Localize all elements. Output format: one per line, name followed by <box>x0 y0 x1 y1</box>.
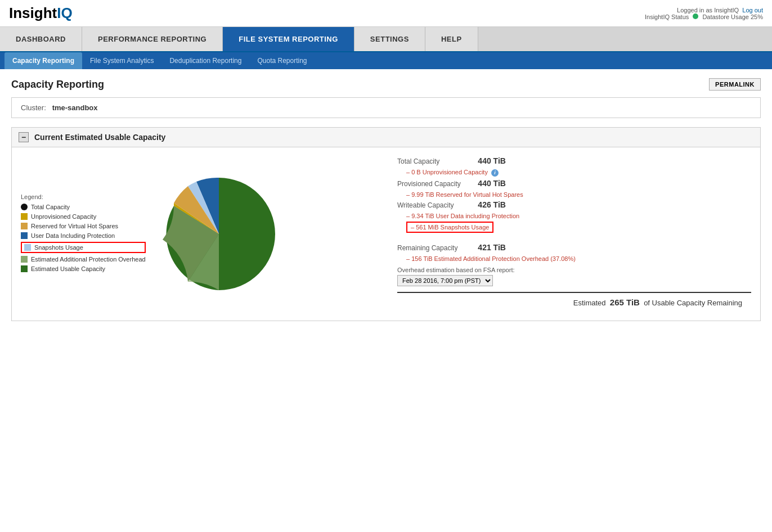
stat-total-value: 440 TiB <box>478 156 506 165</box>
overhead-section: Overhead estimation based on FSA report:… <box>397 267 751 286</box>
stat-writeable-label: Writeable Capacity <box>397 201 476 209</box>
logged-in-text: Logged in as InsightIQ <box>677 7 739 13</box>
status-label: InsightIQ Status <box>645 13 689 20</box>
stat-provisioned: Provisioned Capacity 440 TiB <box>397 179 751 188</box>
legend-item-snapshots: Snapshots Usage <box>21 242 146 253</box>
legend-swatch-snapshots <box>24 244 31 251</box>
header-right: Logged in as InsightIQ Log out InsightIQ… <box>645 7 763 20</box>
legend-label-usable: Estimated Usable Capacity <box>31 265 105 272</box>
legend-label-unprovisioned: Unprovisioned Capacity <box>31 213 96 220</box>
legend-item-userdata: User Data Including Protection <box>21 232 146 239</box>
stat-remaining-label: Remaining Capacity <box>397 244 476 252</box>
stat-snapshots-sub: – 561 MiB Snapshots Usage <box>406 222 493 233</box>
footer-value: 265 TiB <box>610 297 640 307</box>
page-content: Capacity Reporting PERMALINK Cluster: tm… <box>0 69 772 330</box>
section-body: Legend: Total Capacity Unprovisioned Cap… <box>12 147 760 321</box>
stats-panel: Total Capacity 440 TiB – 0 B Unprovision… <box>386 156 751 312</box>
stat-vhs-sub: – 9.99 TiB Reserved for Virtual Hot Spar… <box>406 191 751 198</box>
tab-settings[interactable]: SETTINGS <box>354 27 425 51</box>
info-icon-unprovisioned[interactable]: i <box>491 169 499 177</box>
tab-performance[interactable]: PERFORMANCE REPORTING <box>82 27 223 51</box>
tab-dashboard[interactable]: DASHBOARD <box>0 27 82 51</box>
legend: Legend: Total Capacity Unprovisioned Cap… <box>21 193 146 275</box>
logout-link[interactable]: Log out <box>742 7 763 13</box>
chart-area: Legend: Total Capacity Unprovisioned Cap… <box>21 156 375 312</box>
stat-provisioned-value: 440 TiB <box>478 179 506 188</box>
nav-tabs: DASHBOARD PERFORMANCE REPORTING FILE SYS… <box>0 27 772 52</box>
overhead-label: Overhead estimation based on FSA report: <box>397 267 751 273</box>
legend-swatch-userdata <box>21 232 28 239</box>
tab-filesystem[interactable]: FILE SYSTEM REPORTING <box>223 27 354 51</box>
logo-bold: IQ <box>57 4 72 21</box>
section-header: − Current Estimated Usable Capacity <box>12 128 760 147</box>
stat-provisioned-label: Provisioned Capacity <box>397 180 476 188</box>
stat-total-label: Total Capacity <box>397 157 476 165</box>
subtab-capacity[interactable]: Capacity Reporting <box>5 52 82 69</box>
collapse-button[interactable]: − <box>19 132 29 142</box>
stat-writeable: Writeable Capacity 426 TiB <box>397 200 751 209</box>
overhead-date-select[interactable]: Feb 28 2016, 7:00 pm (PST) <box>397 275 493 286</box>
legend-swatch-unprovisioned <box>21 213 28 220</box>
footer-bar: Estimated 265 TiB of Usable Capacity Rem… <box>397 292 751 312</box>
legend-swatch-total <box>21 204 28 210</box>
cluster-box: Cluster: tme-sandbox <box>11 97 761 118</box>
stat-unprovisioned-sub: – 0 B Unprovisioned Capacity i <box>406 169 751 177</box>
datastore-label: Datastore Usage 25% <box>702 13 763 20</box>
status-dot <box>693 13 698 19</box>
cluster-value: tme-sandbox <box>52 103 98 112</box>
legend-swatch-usable <box>21 265 28 272</box>
stat-remaining-value: 421 TiB <box>478 243 506 252</box>
capacity-section: − Current Estimated Usable Capacity Lege… <box>11 127 761 321</box>
page-title: Capacity Reporting <box>11 79 104 91</box>
sub-tabs: Capacity Reporting File System Analytics… <box>0 52 772 69</box>
footer-suffix: of Usable Capacity Remaining <box>644 299 742 307</box>
legend-item-total: Total Capacity <box>21 204 146 210</box>
stat-protection-sub: – 156 TiB Estimated Additional Protectio… <box>406 255 751 262</box>
legend-item-usable: Estimated Usable Capacity <box>21 265 146 272</box>
logo: InsightIQ <box>9 4 73 22</box>
stat-total-capacity: Total Capacity 440 TiB <box>397 156 751 165</box>
legend-label-protection: Estimated Additional Protection Overhead <box>31 256 146 263</box>
legend-label-vhs: Reserved for Virtual Hot Spares <box>31 223 118 229</box>
stat-writeable-value: 426 TiB <box>478 200 506 209</box>
cluster-label: Cluster: <box>21 103 46 112</box>
stat-remaining: Remaining Capacity 421 TiB <box>397 243 751 252</box>
header: InsightIQ Logged in as InsightIQ Log out… <box>0 0 772 27</box>
legend-item-protection: Estimated Additional Protection Overhead <box>21 256 146 263</box>
legend-label-snapshots: Snapshots Usage <box>34 244 83 251</box>
pie-chart <box>157 172 281 296</box>
legend-item-vhs: Reserved for Virtual Hot Spares <box>21 223 146 229</box>
subtab-dedup[interactable]: Deduplication Reporting <box>161 52 249 69</box>
legend-swatch-protection <box>21 256 28 263</box>
subtab-quota[interactable]: Quota Reporting <box>249 52 315 69</box>
footer-text: Estimated <box>573 299 606 307</box>
subtab-analytics[interactable]: File System Analytics <box>82 52 161 69</box>
tab-help[interactable]: HELP <box>425 27 478 51</box>
legend-item-unprovisioned: Unprovisioned Capacity <box>21 213 146 220</box>
page-title-row: Capacity Reporting PERMALINK <box>11 78 761 91</box>
legend-title: Legend: <box>21 193 146 200</box>
legend-label-total: Total Capacity <box>31 204 70 210</box>
stat-userdata-sub: – 9.34 TiB User Data including Protectio… <box>406 213 751 219</box>
section-title: Current Estimated Usable Capacity <box>34 133 165 142</box>
legend-label-userdata: User Data Including Protection <box>31 232 115 239</box>
legend-swatch-vhs <box>21 223 28 229</box>
permalink-button[interactable]: PERMALINK <box>709 78 761 91</box>
